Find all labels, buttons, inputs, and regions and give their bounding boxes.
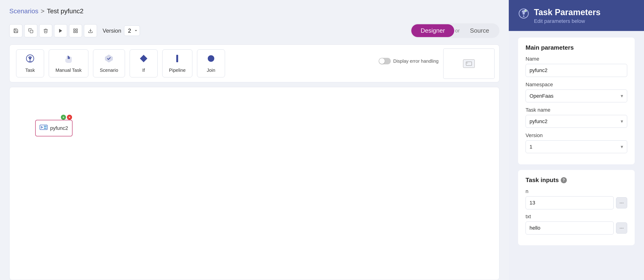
pipeline-icon <box>172 54 182 65</box>
svg-marker-11 <box>140 55 147 62</box>
task-name-label: Task name <box>526 107 627 113</box>
input-txt-control: ··· <box>526 222 627 234</box>
canvas-node-pyfunc2[interactable]: + × pyfunc2 <box>35 120 72 136</box>
version-label: Version <box>102 28 121 34</box>
panel-body: Main parameters Name Namespace OpenFaas … <box>509 31 644 280</box>
task-name-select-wrap: pyfunc2 ▼ <box>526 115 627 128</box>
node-icon <box>40 123 48 133</box>
canvas-area[interactable]: + × pyfunc2 <box>9 87 500 280</box>
save-button[interactable] <box>9 24 22 37</box>
version-select-right[interactable]: 1 2 <box>526 140 627 153</box>
component-pipeline[interactable]: Pipeline <box>162 50 192 78</box>
node-add-button[interactable]: + <box>61 115 66 120</box>
toolbar: Version 2 1 Designer or Source <box>9 23 500 38</box>
component-manual-task[interactable]: Manual Task <box>49 50 88 78</box>
error-handling-label: Display error handling <box>393 58 438 64</box>
name-label: Name <box>526 56 627 62</box>
namespace-label: Namespace <box>526 82 627 88</box>
input-txt-row: txt ··· <box>526 214 627 234</box>
svg-rect-2 <box>74 29 75 30</box>
breadcrumb: Scenarios > Test pyfunc2 <box>9 8 500 15</box>
grid-button[interactable] <box>69 24 82 37</box>
if-icon <box>139 54 148 65</box>
breadcrumb-scenarios[interactable]: Scenarios <box>9 8 38 15</box>
component-pipeline-label: Pipeline <box>169 68 186 73</box>
component-scenario-label: Scenario <box>100 68 118 73</box>
input-n-control: ··· <box>526 196 627 209</box>
main-params-title: Main parameters <box>526 44 627 51</box>
copy-button[interactable] <box>24 24 37 37</box>
download-button[interactable] <box>84 24 97 37</box>
task-name-field-group: Task name pyfunc2 ▼ <box>526 107 627 128</box>
svg-rect-3 <box>76 29 78 30</box>
panel-header: Task Parameters Edit parameters below <box>509 0 644 31</box>
version-select[interactable]: 2 1 <box>124 26 140 36</box>
manual-task-icon <box>64 54 73 65</box>
task-name-select[interactable]: pyfunc2 <box>526 115 627 128</box>
components-panel: Task Manual Task Scenario If Pipeline <box>9 44 500 82</box>
breadcrumb-separator: > <box>41 8 44 15</box>
delete-button[interactable] <box>39 24 52 37</box>
svg-marker-1 <box>59 29 62 33</box>
component-scenario[interactable]: Scenario <box>93 50 125 78</box>
input-txt-field[interactable] <box>526 222 614 234</box>
name-input[interactable] <box>526 64 627 77</box>
component-manual-task-label: Manual Task <box>56 68 82 73</box>
input-n-field[interactable] <box>526 196 614 209</box>
input-txt-label: txt <box>526 214 627 220</box>
right-panel: Task Parameters Edit parameters below Ma… <box>509 0 644 280</box>
name-field-group: Name <box>526 56 627 77</box>
run-button[interactable] <box>54 24 67 37</box>
svg-rect-0 <box>30 30 33 33</box>
error-handling-switch[interactable] <box>379 58 391 64</box>
join-icon <box>206 54 216 65</box>
source-toggle[interactable]: Source <box>461 24 498 37</box>
component-if-label: If <box>142 68 145 73</box>
main-params-section: Main parameters Name Namespace OpenFaas … <box>518 38 635 164</box>
designer-toggle[interactable]: Designer <box>411 24 454 37</box>
node-delete-button[interactable]: × <box>67 115 72 120</box>
toggle-or: or <box>454 28 461 34</box>
task-inputs-help-icon[interactable]: ? <box>561 177 567 183</box>
svg-rect-5 <box>76 31 78 32</box>
panel-header-icon <box>518 8 529 22</box>
task-icon <box>26 54 35 65</box>
svg-rect-14 <box>466 62 472 66</box>
component-task[interactable]: Task <box>16 50 44 78</box>
task-inputs-section: Task inputs ? n ··· txt ··· <box>518 170 635 245</box>
input-txt-more-button[interactable]: ··· <box>616 222 627 234</box>
svg-rect-16 <box>40 125 47 130</box>
namespace-select[interactable]: OpenFaas <box>526 90 627 102</box>
svg-point-17 <box>44 126 45 127</box>
scenario-icon <box>104 54 114 65</box>
namespace-field-group: Namespace OpenFaas ▼ <box>526 82 627 102</box>
version-field-group: Version 1 2 ▼ <box>526 132 627 153</box>
svg-point-18 <box>45 126 47 127</box>
minimap-node <box>463 60 475 68</box>
svg-rect-4 <box>74 31 75 32</box>
input-n-row: n ··· <box>526 188 627 209</box>
namespace-select-wrap: OpenFaas ▼ <box>526 90 627 102</box>
svg-point-19 <box>44 128 45 129</box>
svg-point-22 <box>522 12 525 15</box>
node-controls: + × <box>61 115 72 120</box>
component-join-label: Join <box>207 68 216 73</box>
input-n-more-button[interactable]: ··· <box>616 197 627 208</box>
svg-point-23 <box>524 10 527 12</box>
version-select-wrap: 1 2 ▼ <box>526 140 627 153</box>
panel-subtitle: Edit parameters below <box>534 18 601 24</box>
view-toggle: Designer or Source <box>410 23 500 38</box>
version-label: Version <box>526 132 627 138</box>
panel-header-text: Task Parameters Edit parameters below <box>534 8 601 24</box>
error-handling-toggle: Display error handling <box>379 58 438 64</box>
component-task-label: Task <box>25 68 35 73</box>
svg-rect-12 <box>176 55 178 62</box>
version-control: Version 2 1 <box>102 26 140 36</box>
svg-point-8 <box>29 58 31 60</box>
svg-point-20 <box>45 128 47 129</box>
minimap <box>443 48 494 79</box>
component-join[interactable]: Join <box>197 50 225 78</box>
node-label: pyfunc2 <box>50 125 68 131</box>
component-if[interactable]: If <box>130 50 158 78</box>
input-n-label: n <box>526 188 627 194</box>
